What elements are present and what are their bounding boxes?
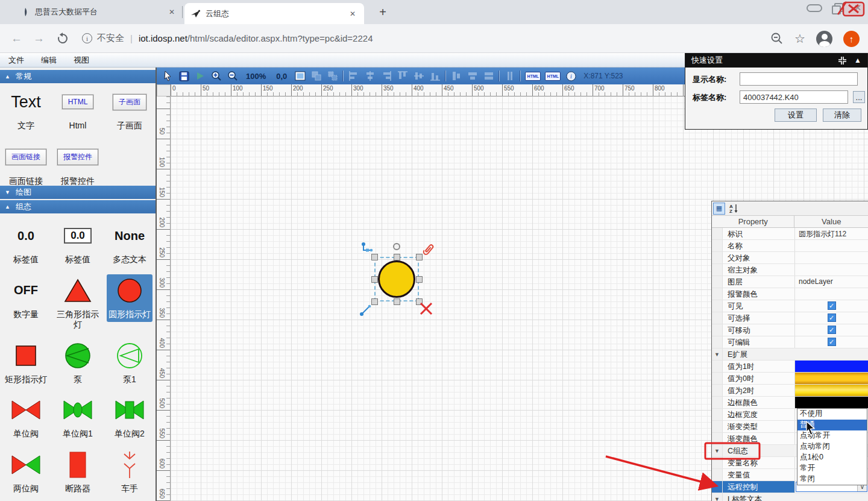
property-value[interactable]: ✓ — [795, 324, 868, 336]
menu-item-1[interactable]: 文件 — [0, 55, 33, 66]
group-collapse-icon[interactable]: ▼ — [712, 348, 723, 360]
palette-item-general-0[interactable]: Text文字 — [9, 86, 43, 134]
property-row-3[interactable]: 宿主对象 — [712, 264, 868, 276]
resize-handle[interactable] — [416, 276, 423, 283]
property-row-7[interactable]: 可选择✓ — [712, 312, 868, 324]
property-value[interactable] — [795, 373, 868, 384]
property-row-group-10[interactable]: ▼E扩展 — [712, 348, 868, 361]
group-collapse-icon[interactable]: ▼ — [712, 493, 723, 501]
delete-x-icon[interactable] — [419, 301, 433, 316]
attach-paperclip-icon[interactable] — [420, 241, 436, 258]
palette-item-general-3[interactable]: 画面链接画面链接 — [4, 141, 48, 189]
distribute-horizontal-icon[interactable] — [450, 70, 462, 82]
checkbox-checked-icon[interactable]: ✓ — [828, 338, 836, 346]
palette-item-scada-9[interactable]: 单位阀 — [8, 394, 43, 442]
menu-item-2[interactable]: 编辑 — [33, 55, 65, 66]
checkbox-checked-icon[interactable]: ✓ — [828, 314, 836, 322]
dropdown-option-6[interactable]: 常闭 — [797, 474, 867, 485]
collapse-up-icon[interactable]: ▲ — [854, 56, 861, 65]
palette-item-scada-2[interactable]: None多态文本 — [111, 219, 148, 268]
select-tool-icon[interactable] — [162, 70, 174, 82]
dropdown-option-2[interactable]: 点动常开 — [797, 430, 867, 441]
property-row-1[interactable]: 名称 — [712, 240, 868, 252]
minimize-button[interactable] — [807, 4, 822, 12]
property-value[interactable]: 圆形指示灯112 — [795, 228, 868, 239]
property-row-group-22[interactable]: ▼L标签文本 — [712, 493, 868, 501]
forward-icon[interactable]: → — [33, 32, 45, 45]
color-swatch[interactable] — [795, 397, 868, 408]
property-value[interactable]: ✓ — [795, 336, 868, 348]
checkbox-checked-icon[interactable]: ✓ — [828, 301, 836, 310]
distribute-vertical-icon[interactable] — [467, 70, 479, 82]
property-row-13[interactable]: 值为2时 — [712, 385, 868, 397]
security-label[interactable]: 不安全 — [97, 33, 124, 44]
palette-item-general-2[interactable]: 子画面子画面 — [111, 86, 148, 134]
browser-tab-platform[interactable]: 思普云大数据平台 ✕ — [14, 0, 183, 24]
zoom-out-icon[interactable] — [227, 70, 239, 82]
palette-item-scada-11[interactable]: 单位阀2 — [112, 394, 147, 442]
property-row-0[interactable]: 标识圆形指示灯112 — [712, 228, 868, 240]
tag-name-input[interactable]: 400037442.K40 — [740, 90, 848, 104]
color-swatch[interactable] — [795, 385, 868, 396]
palette-item-scada-5[interactable]: 圆形指示灯 — [107, 274, 153, 323]
palette-item-scada-4[interactable]: 三角形指示灯 — [52, 274, 104, 333]
profile-avatar[interactable] — [816, 31, 832, 47]
apply-button[interactable]: 设置 — [775, 109, 817, 122]
property-value[interactable] — [795, 264, 868, 276]
new-tab-button[interactable]: + — [375, 4, 391, 20]
align-top-icon[interactable] — [397, 70, 409, 82]
property-value[interactable]: ✓ — [795, 300, 868, 312]
property-value[interactable] — [795, 361, 868, 372]
color-swatch[interactable] — [795, 361, 868, 372]
property-value[interactable] — [795, 288, 868, 300]
align-left-icon[interactable] — [348, 70, 360, 82]
browser-update-icon[interactable]: ↑ — [843, 31, 860, 47]
property-value[interactable] — [795, 240, 868, 251]
property-row-2[interactable]: 父对象 — [712, 252, 868, 264]
info-icon[interactable]: i — [565, 70, 577, 82]
html-preview-icon[interactable]: HTML — [545, 72, 561, 81]
palette-item-scada-14[interactable]: 车手 — [116, 449, 143, 497]
rotate-handle[interactable] — [393, 243, 400, 250]
run-icon[interactable] — [194, 70, 206, 82]
lock-icon[interactable] — [504, 70, 516, 82]
save-icon[interactable] — [178, 70, 190, 82]
palette-section-general[interactable]: ▲ 常规 — [0, 70, 156, 83]
reload-icon[interactable] — [57, 33, 69, 45]
zoom-out-page-icon[interactable] — [770, 32, 784, 45]
property-column-header[interactable]: Property — [712, 216, 794, 227]
connect-line-icon[interactable] — [359, 303, 373, 317]
circle-indicator-node[interactable] — [378, 260, 415, 298]
palette-item-scada-0[interactable]: 0.0标签值 — [11, 219, 40, 268]
dropdown-option-0[interactable]: 不使用 — [797, 409, 867, 420]
property-value[interactable] — [795, 385, 868, 396]
menu-item-3[interactable]: 视图 — [65, 55, 98, 66]
property-value[interactable] — [795, 252, 868, 263]
browser-tab-scada[interactable]: 云组态 ✕ — [184, 3, 364, 24]
alphabetical-sort-icon[interactable]: AZ — [728, 203, 740, 215]
html-export-icon[interactable]: HTML — [525, 72, 541, 81]
url-domain[interactable]: iot.idosp.net — [139, 33, 187, 43]
property-value[interactable]: nodeLayer — [795, 276, 868, 288]
palette-item-general-4[interactable]: 报警控件报警控件 — [55, 141, 100, 189]
value-column-header[interactable]: Value — [794, 216, 868, 227]
property-row-9[interactable]: 可编辑✓ — [712, 336, 868, 348]
clear-button[interactable]: 清除 — [823, 109, 861, 122]
dropdown-option-5[interactable]: 常开 — [797, 463, 867, 474]
property-row-11[interactable]: 值为1时 — [712, 361, 868, 373]
align-bottom-icon[interactable] — [429, 70, 441, 82]
property-row-14[interactable]: 边框颜色 — [712, 397, 868, 409]
url-path[interactable]: /html/scada/editor.aspx.htm?type=pc&id=2… — [187, 33, 373, 43]
property-row-12[interactable]: 值为0时 — [712, 373, 868, 385]
dropdown-option-1[interactable]: 普通 — [797, 420, 867, 430]
palette-item-scada-10[interactable]: 单位阀1 — [60, 394, 95, 442]
dropdown-option-3[interactable]: 点动常闭 — [797, 441, 867, 452]
property-value[interactable] — [795, 397, 868, 408]
resize-handle[interactable] — [371, 276, 378, 283]
same-size-icon[interactable] — [483, 70, 495, 82]
quick-settings-titlebar[interactable]: 快速设置 ▲ — [685, 53, 867, 68]
palette-item-scada-3[interactable]: OFF数字量 — [11, 274, 40, 323]
property-row-8[interactable]: 可移动✓ — [712, 324, 868, 336]
canvas-settings-icon[interactable] — [294, 70, 306, 82]
property-row-4[interactable]: 图层nodeLayer — [712, 276, 868, 288]
